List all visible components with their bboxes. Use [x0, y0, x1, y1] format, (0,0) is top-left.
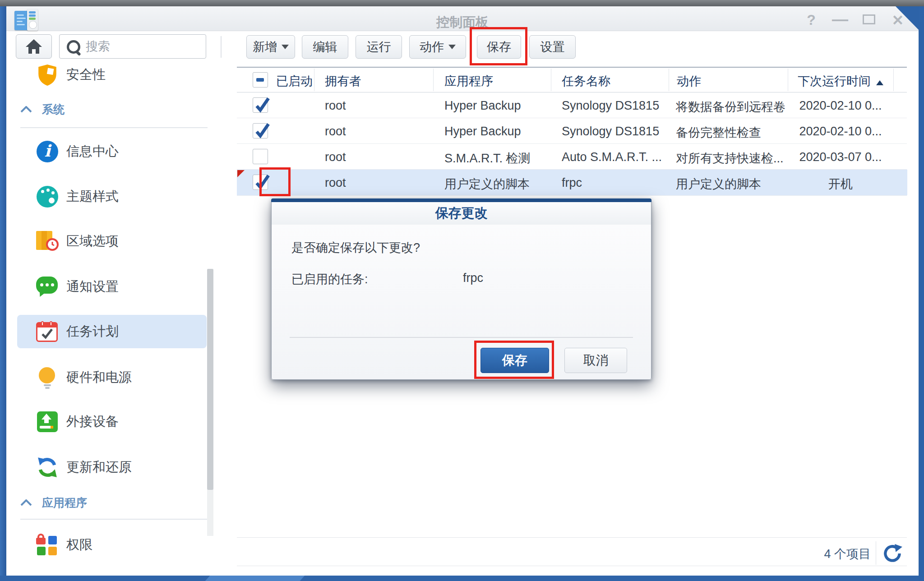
dialog-cancel-button[interactable]: 取消	[564, 348, 627, 373]
home-button[interactable]	[16, 34, 52, 59]
sidebar-item-label: 通知设置	[66, 278, 119, 296]
run-button[interactable]: 运行	[356, 35, 402, 59]
annotation-box-row-checkbox	[259, 167, 291, 196]
column-separator	[433, 69, 434, 91]
column-header-enabled[interactable]: 已启动	[276, 73, 313, 89]
cell-action[interactable]: 备份完整性检查	[676, 124, 761, 141]
cell-next-run[interactable]: 开机	[788, 176, 893, 192]
sidebar-item-label: 区域选项	[66, 232, 119, 250]
select-all-checkbox[interactable]	[253, 72, 268, 88]
sidebar-item-label: 更新和还原	[66, 458, 132, 476]
button-label: 新增	[253, 39, 277, 55]
sidebar-item-regional-options[interactable]: 区域选项	[16, 228, 205, 255]
sidebar-section-system[interactable]: 系统	[20, 102, 65, 117]
dialog-title: 保存更改	[272, 204, 651, 222]
sidebar-item-notification[interactable]: 通知设置	[16, 273, 205, 300]
section-label: 系统	[42, 102, 65, 117]
cell-action[interactable]: 用户定义的脚本	[676, 176, 761, 192]
home-icon	[25, 38, 43, 55]
desktop-top-strip	[0, 0, 924, 6]
sidebar-item-label: 主题样式	[66, 188, 119, 206]
column-header-task-name[interactable]: 任务名称	[562, 73, 610, 89]
sidebar-item-external-devices[interactable]: 外接设备	[16, 408, 205, 435]
refresh-button[interactable]	[882, 543, 903, 564]
row-separator	[237, 169, 907, 170]
sidebar-item-label: 任务计划	[66, 323, 119, 341]
cell-application[interactable]: Hyper Backup	[444, 124, 521, 138]
refresh-icon	[882, 543, 903, 564]
sidebar-item-security[interactable]: 安全性	[16, 61, 205, 88]
sidebar-item-privileges[interactable]: 权限	[16, 531, 205, 558]
column-header-owner[interactable]: 拥有者	[325, 73, 361, 89]
sidebar-item-task-scheduler[interactable]: 任务计划	[16, 316, 205, 347]
map-clock-icon	[36, 230, 59, 253]
indeterminate-mark	[256, 78, 264, 82]
sidebar-item-theme[interactable]: 主题样式	[16, 183, 205, 210]
dialog-field-value: frpc	[463, 271, 483, 285]
cell-owner[interactable]: root	[325, 124, 346, 138]
statusbar-separator	[876, 541, 876, 565]
window-title: 控制面板	[6, 14, 919, 32]
section-divider	[20, 127, 208, 128]
cell-next-run[interactable]: 2020-02-10 0...	[788, 99, 893, 113]
sidebar-item-info-center[interactable]: i 信息中心	[16, 138, 205, 165]
search-input[interactable]	[85, 36, 202, 57]
cell-next-run[interactable]: 2020-02-10 0...	[788, 124, 893, 138]
save-changes-dialog: 保存更改 是否确定保存以下更改? 已启用的任务: frpc 保存 取消	[271, 198, 651, 380]
sidebar-item-label: 安全性	[66, 66, 106, 84]
sidebar-item-label: 信息中心	[66, 143, 119, 161]
minimize-button[interactable]: —	[830, 10, 850, 29]
column-header-label: 下次运行时间	[798, 74, 871, 88]
column-header-action[interactable]: 动作	[677, 73, 701, 89]
button-label: 设置	[541, 39, 565, 55]
table-top-border	[237, 67, 907, 68]
sidebar-section-applications[interactable]: 应用程序	[20, 495, 87, 510]
cell-next-run[interactable]: 2020-03-07 0...	[788, 150, 893, 164]
button-label: 运行	[367, 39, 391, 55]
cell-application[interactable]: Hyper Backup	[444, 99, 521, 113]
row-checkbox[interactable]	[253, 149, 268, 164]
sidebar-scrollbar-thumb[interactable]	[207, 269, 213, 490]
dialog-message: 是否确定保存以下更改?	[291, 240, 420, 256]
cell-owner[interactable]: root	[325, 176, 346, 190]
row-separator	[237, 118, 907, 118]
cell-owner[interactable]: root	[325, 150, 346, 164]
toolbar-separator	[221, 36, 222, 58]
help-button[interactable]: ?	[802, 12, 820, 28]
sidebar-item-hardware-power[interactable]: 硬件和电源	[16, 364, 205, 391]
new-task-button[interactable]: 新增	[246, 35, 295, 59]
cell-action[interactable]: 对所有支持快速检...	[676, 150, 784, 166]
caret-down-icon	[448, 45, 456, 49]
dialog-separator	[290, 337, 633, 338]
cell-application[interactable]: S.M.A.R.T. 检测	[444, 150, 531, 166]
row-checkbox[interactable]	[253, 97, 268, 113]
cell-task-name[interactable]: Synology DS1815	[562, 99, 659, 113]
sidebar-item-label: 硬件和电源	[66, 369, 132, 387]
settings-button[interactable]: 设置	[529, 35, 576, 59]
cell-application[interactable]: 用户定义的脚本	[444, 176, 530, 192]
annotation-box-dialog-save	[474, 341, 554, 379]
sidebar-item-update-restore[interactable]: 更新和还原	[16, 454, 205, 481]
cell-task-name[interactable]: frpc	[562, 176, 582, 190]
cell-task-name[interactable]: Auto S.M.A.R.T. ...	[562, 150, 662, 164]
caret-down-icon	[282, 45, 289, 49]
item-count: 4 个项目	[758, 546, 871, 562]
column-separator	[551, 69, 551, 91]
maximize-button[interactable]	[863, 14, 875, 24]
cell-owner[interactable]: root	[325, 99, 346, 113]
palette-icon	[36, 185, 59, 208]
control-panel-app-icon	[14, 9, 38, 31]
cell-task-name[interactable]: Synology DS1815	[562, 124, 659, 138]
chevron-up-icon	[20, 106, 32, 113]
task-calendar-icon	[36, 320, 59, 343]
cell-action[interactable]: 将数据备份到远程卷	[676, 99, 785, 115]
button-label: 编辑	[313, 39, 337, 55]
action-button[interactable]: 动作	[409, 35, 466, 59]
column-header-next-run[interactable]: 下次运行时间	[788, 73, 893, 89]
edit-button[interactable]: 编辑	[302, 35, 348, 59]
row-checkbox[interactable]	[253, 123, 268, 138]
column-header-application[interactable]: 应用程序	[444, 73, 493, 89]
lightbulb-icon	[36, 366, 59, 389]
table-header-border	[237, 92, 907, 92]
button-label: 动作	[420, 39, 444, 55]
